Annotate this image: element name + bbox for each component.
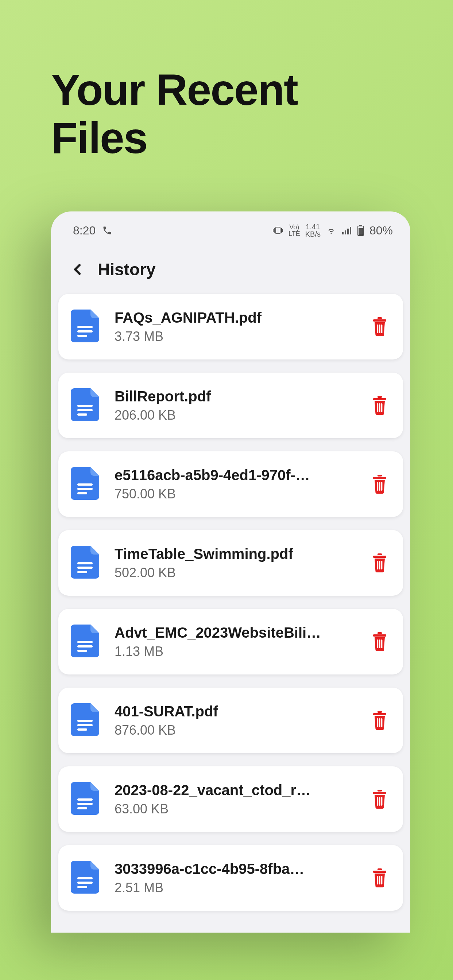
svg-rect-45: [77, 645, 93, 648]
status-right: Vo) LTE 1.41 KB/s 80%: [273, 223, 393, 238]
file-size: 3.73 MB: [115, 329, 356, 344]
svg-rect-22: [77, 414, 87, 415]
svg-rect-71: [378, 869, 382, 870]
svg-rect-54: [77, 729, 87, 730]
hero-title: Your Recent Files: [51, 65, 298, 162]
svg-rect-19: [381, 325, 383, 333]
status-bar: 8:20 Vo) LTE 1.41 KB/s: [51, 212, 410, 241]
device-screen: 8:20 Vo) LTE 1.41 KB/s: [51, 212, 410, 932]
svg-rect-42: [379, 561, 380, 570]
svg-rect-61: [77, 803, 93, 805]
document-icon: [71, 703, 99, 738]
svg-rect-53: [77, 724, 93, 726]
svg-rect-50: [379, 640, 380, 648]
svg-rect-26: [379, 403, 380, 412]
svg-rect-34: [379, 482, 380, 491]
svg-rect-33: [377, 482, 379, 491]
svg-rect-60: [77, 799, 93, 800]
file-row[interactable]: 401-SURAT.pdf 876.00 KB: [58, 687, 403, 753]
svg-rect-14: [77, 335, 87, 337]
svg-rect-51: [381, 640, 383, 648]
file-size: 63.00 KB: [115, 801, 356, 817]
svg-rect-74: [379, 876, 380, 885]
file-name: BillReport.pdf: [115, 388, 341, 405]
file-size: 876.00 KB: [115, 722, 356, 738]
file-row[interactable]: TimeTable_Swimming.pdf 502.00 KB: [58, 530, 403, 596]
file-row[interactable]: 3033996a-c1cc-4b95-8fba… 2.51 MB: [58, 845, 403, 911]
svg-rect-29: [77, 488, 93, 490]
file-name: TimeTable_Swimming.pdf: [115, 546, 341, 562]
svg-rect-7: [347, 229, 349, 234]
file-name: e5116acb-a5b9-4ed1-970f-…: [115, 467, 341, 484]
svg-rect-21: [77, 409, 93, 411]
svg-rect-27: [381, 403, 383, 412]
svg-rect-47: [378, 632, 382, 634]
file-info: 3033996a-c1cc-4b95-8fba… 2.51 MB: [115, 861, 356, 896]
svg-rect-28: [77, 484, 93, 485]
svg-rect-8: [350, 227, 351, 234]
svg-rect-43: [381, 561, 383, 570]
svg-rect-32: [373, 477, 386, 479]
svg-rect-62: [77, 807, 87, 810]
svg-rect-31: [378, 475, 382, 477]
document-icon: [71, 782, 99, 816]
svg-rect-24: [373, 398, 386, 400]
delete-button[interactable]: [371, 554, 388, 573]
svg-rect-44: [77, 641, 93, 643]
file-row[interactable]: FAQs_AGNIPATH.pdf 3.73 MB: [58, 294, 403, 360]
svg-rect-70: [77, 886, 87, 888]
file-row[interactable]: Advt_EMC_2023WebsiteBili… 1.13 MB: [58, 609, 403, 675]
file-info: Advt_EMC_2023WebsiteBili… 1.13 MB: [115, 625, 356, 659]
file-info: BillReport.pdf 206.00 KB: [115, 388, 356, 423]
svg-rect-72: [373, 870, 386, 873]
file-row[interactable]: BillReport.pdf 206.00 KB: [58, 372, 403, 438]
network-speed: 1.41 KB/s: [305, 223, 321, 238]
delete-button[interactable]: [371, 790, 388, 809]
device-frame: 8:20 Vo) LTE 1.41 KB/s: [51, 212, 410, 932]
battery-icon: [357, 225, 364, 236]
svg-rect-30: [77, 492, 87, 495]
svg-rect-18: [379, 325, 380, 333]
back-button[interactable]: [71, 261, 84, 277]
svg-rect-5: [342, 232, 344, 234]
file-name: 3033996a-c1cc-4b95-8fba…: [115, 861, 341, 877]
file-name: 2023-08-22_vacant_ctod_r…: [115, 782, 341, 799]
file-size: 2.51 MB: [115, 880, 356, 896]
file-list[interactable]: FAQs_AGNIPATH.pdf 3.73 MB BillReport.pdf…: [51, 294, 410, 911]
svg-rect-65: [377, 797, 379, 806]
hero-line-1: Your Recent: [51, 65, 298, 114]
file-row[interactable]: e5116acb-a5b9-4ed1-970f-… 750.00 KB: [58, 451, 403, 517]
delete-button[interactable]: [371, 711, 388, 730]
svg-rect-36: [77, 562, 93, 565]
svg-rect-40: [373, 555, 386, 558]
svg-rect-55: [378, 711, 382, 713]
file-info: FAQs_AGNIPATH.pdf 3.73 MB: [115, 310, 356, 344]
svg-rect-35: [381, 482, 383, 491]
delete-button[interactable]: [371, 475, 388, 494]
file-info: TimeTable_Swimming.pdf 502.00 KB: [115, 546, 356, 581]
file-row[interactable]: 2023-08-22_vacant_ctod_r… 63.00 KB: [58, 766, 403, 832]
battery-percent: 80%: [370, 224, 393, 237]
lte-icon: Vo) LTE: [289, 224, 300, 237]
delete-button[interactable]: [371, 396, 388, 415]
svg-rect-12: [77, 326, 93, 328]
delete-button[interactable]: [371, 317, 388, 336]
file-info: e5116acb-a5b9-4ed1-970f-… 750.00 KB: [115, 467, 356, 502]
svg-rect-39: [378, 554, 382, 555]
svg-rect-59: [381, 718, 383, 727]
svg-rect-63: [378, 790, 382, 792]
document-icon: [71, 625, 99, 659]
svg-rect-58: [379, 718, 380, 727]
delete-button[interactable]: [371, 869, 388, 888]
delete-button[interactable]: [371, 632, 388, 651]
document-icon: [71, 467, 99, 501]
svg-rect-49: [377, 640, 379, 648]
document-icon: [71, 861, 99, 895]
file-info: 2023-08-22_vacant_ctod_r… 63.00 KB: [115, 782, 356, 817]
hero-line-2: Files: [51, 114, 298, 162]
file-name: FAQs_AGNIPATH.pdf: [115, 310, 341, 326]
svg-rect-69: [77, 881, 93, 884]
svg-rect-25: [377, 403, 379, 412]
svg-rect-56: [373, 713, 386, 715]
signal-icon: [342, 226, 352, 234]
